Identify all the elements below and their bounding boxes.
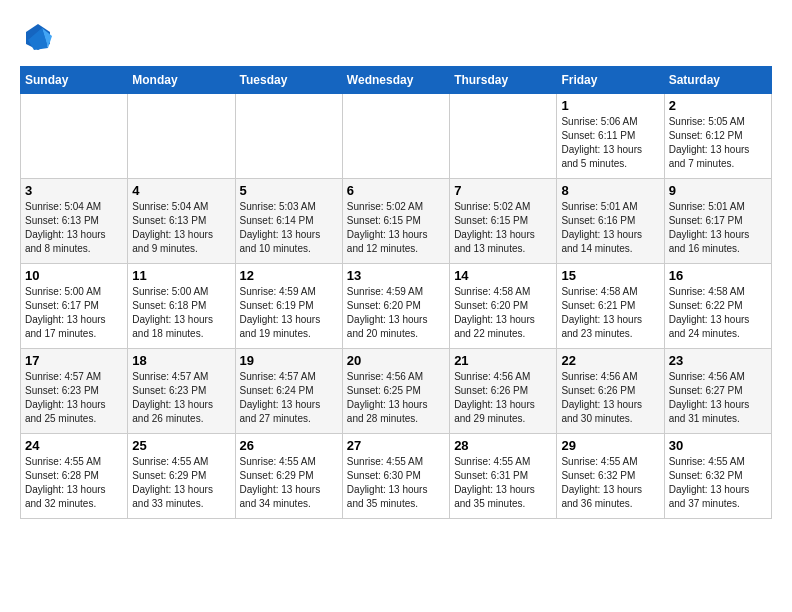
day-info: Sunrise: 4:58 AM Sunset: 6:20 PM Dayligh… (454, 285, 552, 341)
calendar-header-tuesday: Tuesday (235, 67, 342, 94)
day-info: Sunrise: 4:58 AM Sunset: 6:21 PM Dayligh… (561, 285, 659, 341)
calendar-day-10: 10Sunrise: 5:00 AM Sunset: 6:17 PM Dayli… (21, 264, 128, 349)
calendar-table: SundayMondayTuesdayWednesdayThursdayFrid… (20, 66, 772, 519)
calendar-week-row: 3Sunrise: 5:04 AM Sunset: 6:13 PM Daylig… (21, 179, 772, 264)
calendar-day-9: 9Sunrise: 5:01 AM Sunset: 6:17 PM Daylig… (664, 179, 771, 264)
day-number: 4 (132, 183, 230, 198)
calendar-header-row: SundayMondayTuesdayWednesdayThursdayFrid… (21, 67, 772, 94)
calendar-day-21: 21Sunrise: 4:56 AM Sunset: 6:26 PM Dayli… (450, 349, 557, 434)
day-number: 11 (132, 268, 230, 283)
day-number: 28 (454, 438, 552, 453)
day-info: Sunrise: 4:55 AM Sunset: 6:32 PM Dayligh… (669, 455, 767, 511)
logo-icon (20, 20, 56, 56)
day-number: 22 (561, 353, 659, 368)
day-info: Sunrise: 4:56 AM Sunset: 6:26 PM Dayligh… (561, 370, 659, 426)
day-info: Sunrise: 4:59 AM Sunset: 6:19 PM Dayligh… (240, 285, 338, 341)
calendar-day-29: 29Sunrise: 4:55 AM Sunset: 6:32 PM Dayli… (557, 434, 664, 519)
day-info: Sunrise: 5:02 AM Sunset: 6:15 PM Dayligh… (454, 200, 552, 256)
day-number: 21 (454, 353, 552, 368)
calendar-empty-cell (342, 94, 449, 179)
calendar-day-1: 1Sunrise: 5:06 AM Sunset: 6:11 PM Daylig… (557, 94, 664, 179)
calendar-day-22: 22Sunrise: 4:56 AM Sunset: 6:26 PM Dayli… (557, 349, 664, 434)
day-info: Sunrise: 5:03 AM Sunset: 6:14 PM Dayligh… (240, 200, 338, 256)
day-info: Sunrise: 4:59 AM Sunset: 6:20 PM Dayligh… (347, 285, 445, 341)
calendar-week-row: 24Sunrise: 4:55 AM Sunset: 6:28 PM Dayli… (21, 434, 772, 519)
day-info: Sunrise: 5:04 AM Sunset: 6:13 PM Dayligh… (132, 200, 230, 256)
calendar-day-7: 7Sunrise: 5:02 AM Sunset: 6:15 PM Daylig… (450, 179, 557, 264)
calendar-day-12: 12Sunrise: 4:59 AM Sunset: 6:19 PM Dayli… (235, 264, 342, 349)
day-number: 9 (669, 183, 767, 198)
calendar-day-23: 23Sunrise: 4:56 AM Sunset: 6:27 PM Dayli… (664, 349, 771, 434)
calendar-header-friday: Friday (557, 67, 664, 94)
day-number: 27 (347, 438, 445, 453)
day-info: Sunrise: 4:56 AM Sunset: 6:25 PM Dayligh… (347, 370, 445, 426)
calendar-day-24: 24Sunrise: 4:55 AM Sunset: 6:28 PM Dayli… (21, 434, 128, 519)
calendar-day-18: 18Sunrise: 4:57 AM Sunset: 6:23 PM Dayli… (128, 349, 235, 434)
day-info: Sunrise: 4:58 AM Sunset: 6:22 PM Dayligh… (669, 285, 767, 341)
day-info: Sunrise: 4:55 AM Sunset: 6:29 PM Dayligh… (240, 455, 338, 511)
calendar-header-wednesday: Wednesday (342, 67, 449, 94)
day-number: 7 (454, 183, 552, 198)
day-number: 12 (240, 268, 338, 283)
day-info: Sunrise: 4:55 AM Sunset: 6:30 PM Dayligh… (347, 455, 445, 511)
calendar-empty-cell (128, 94, 235, 179)
day-number: 24 (25, 438, 123, 453)
calendar-day-3: 3Sunrise: 5:04 AM Sunset: 6:13 PM Daylig… (21, 179, 128, 264)
day-number: 2 (669, 98, 767, 113)
calendar-day-13: 13Sunrise: 4:59 AM Sunset: 6:20 PM Dayli… (342, 264, 449, 349)
day-number: 8 (561, 183, 659, 198)
logo (20, 20, 62, 56)
calendar-day-14: 14Sunrise: 4:58 AM Sunset: 6:20 PM Dayli… (450, 264, 557, 349)
calendar-empty-cell (450, 94, 557, 179)
day-number: 16 (669, 268, 767, 283)
calendar-week-row: 17Sunrise: 4:57 AM Sunset: 6:23 PM Dayli… (21, 349, 772, 434)
calendar-day-16: 16Sunrise: 4:58 AM Sunset: 6:22 PM Dayli… (664, 264, 771, 349)
day-number: 23 (669, 353, 767, 368)
day-number: 10 (25, 268, 123, 283)
day-info: Sunrise: 5:00 AM Sunset: 6:17 PM Dayligh… (25, 285, 123, 341)
calendar-day-26: 26Sunrise: 4:55 AM Sunset: 6:29 PM Dayli… (235, 434, 342, 519)
calendar-day-25: 25Sunrise: 4:55 AM Sunset: 6:29 PM Dayli… (128, 434, 235, 519)
calendar-day-27: 27Sunrise: 4:55 AM Sunset: 6:30 PM Dayli… (342, 434, 449, 519)
day-info: Sunrise: 5:00 AM Sunset: 6:18 PM Dayligh… (132, 285, 230, 341)
page-header (20, 20, 772, 56)
day-number: 5 (240, 183, 338, 198)
day-info: Sunrise: 5:04 AM Sunset: 6:13 PM Dayligh… (25, 200, 123, 256)
day-info: Sunrise: 4:55 AM Sunset: 6:28 PM Dayligh… (25, 455, 123, 511)
calendar-day-28: 28Sunrise: 4:55 AM Sunset: 6:31 PM Dayli… (450, 434, 557, 519)
day-number: 14 (454, 268, 552, 283)
day-number: 17 (25, 353, 123, 368)
day-number: 25 (132, 438, 230, 453)
day-number: 1 (561, 98, 659, 113)
day-info: Sunrise: 5:01 AM Sunset: 6:16 PM Dayligh… (561, 200, 659, 256)
calendar-week-row: 10Sunrise: 5:00 AM Sunset: 6:17 PM Dayli… (21, 264, 772, 349)
day-number: 30 (669, 438, 767, 453)
calendar-day-5: 5Sunrise: 5:03 AM Sunset: 6:14 PM Daylig… (235, 179, 342, 264)
day-info: Sunrise: 4:55 AM Sunset: 6:32 PM Dayligh… (561, 455, 659, 511)
calendar-header-sunday: Sunday (21, 67, 128, 94)
calendar-day-2: 2Sunrise: 5:05 AM Sunset: 6:12 PM Daylig… (664, 94, 771, 179)
day-number: 26 (240, 438, 338, 453)
calendar-day-8: 8Sunrise: 5:01 AM Sunset: 6:16 PM Daylig… (557, 179, 664, 264)
calendar-header-monday: Monday (128, 67, 235, 94)
calendar-empty-cell (235, 94, 342, 179)
day-info: Sunrise: 4:57 AM Sunset: 6:24 PM Dayligh… (240, 370, 338, 426)
calendar-day-4: 4Sunrise: 5:04 AM Sunset: 6:13 PM Daylig… (128, 179, 235, 264)
calendar-header-thursday: Thursday (450, 67, 557, 94)
day-number: 3 (25, 183, 123, 198)
day-info: Sunrise: 5:06 AM Sunset: 6:11 PM Dayligh… (561, 115, 659, 171)
day-info: Sunrise: 5:05 AM Sunset: 6:12 PM Dayligh… (669, 115, 767, 171)
day-number: 18 (132, 353, 230, 368)
day-info: Sunrise: 5:01 AM Sunset: 6:17 PM Dayligh… (669, 200, 767, 256)
day-info: Sunrise: 4:56 AM Sunset: 6:27 PM Dayligh… (669, 370, 767, 426)
calendar-day-17: 17Sunrise: 4:57 AM Sunset: 6:23 PM Dayli… (21, 349, 128, 434)
day-info: Sunrise: 4:57 AM Sunset: 6:23 PM Dayligh… (132, 370, 230, 426)
day-info: Sunrise: 4:57 AM Sunset: 6:23 PM Dayligh… (25, 370, 123, 426)
calendar-header-saturday: Saturday (664, 67, 771, 94)
calendar-empty-cell (21, 94, 128, 179)
day-number: 6 (347, 183, 445, 198)
calendar-day-15: 15Sunrise: 4:58 AM Sunset: 6:21 PM Dayli… (557, 264, 664, 349)
day-number: 13 (347, 268, 445, 283)
day-info: Sunrise: 4:55 AM Sunset: 6:31 PM Dayligh… (454, 455, 552, 511)
day-info: Sunrise: 4:56 AM Sunset: 6:26 PM Dayligh… (454, 370, 552, 426)
